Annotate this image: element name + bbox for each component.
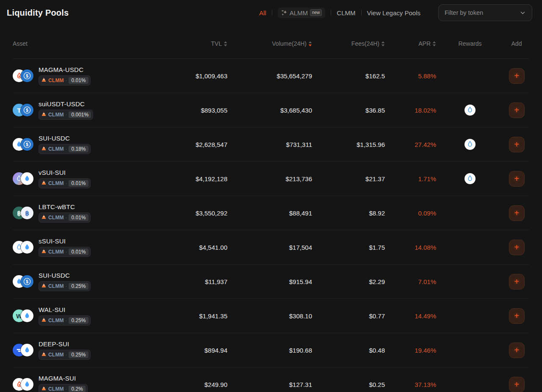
pool-fee-tier: 0.25%	[69, 351, 88, 358]
filter-by-token-label: Filter by token	[445, 9, 483, 16]
pool-fees-value: $1.75	[312, 244, 385, 251]
pool-type-label: CLMM	[48, 180, 64, 186]
add-liquidity-button[interactable]: +	[509, 377, 525, 392]
pool-type-label: CLMM	[48, 77, 64, 83]
column-label: APR	[418, 40, 431, 47]
sort-icon	[224, 41, 227, 47]
token-pair-icons: W	[13, 309, 33, 322]
badge-separator: ·	[66, 146, 67, 152]
tab-view-legacy-pools[interactable]: View Legacy Pools	[367, 9, 420, 17]
pool-row[interactable]: ฿฿ LBTC-wBTC CLMM · 0.01% $3,550,292 $88…	[13, 196, 529, 230]
pool-row[interactable]: MAGMA-SUI CLMM · 0.2% $249.90 $127.31 $0…	[13, 367, 529, 392]
volcano-icon	[41, 145, 47, 153]
plus-icon: +	[514, 140, 519, 149]
volcano-icon	[41, 111, 47, 119]
volcano-icon	[41, 77, 47, 84]
add-liquidity-button[interactable]: +	[509, 308, 525, 324]
sui-token-icon	[21, 172, 33, 185]
pool-apr-value: 18.02%	[385, 107, 436, 114]
pool-tvl-value: $3,550,292	[194, 210, 227, 217]
add-liquidity-button[interactable]: +	[509, 342, 525, 358]
pool-apr-value: 0.09%	[385, 210, 436, 217]
pool-type-badge: CLMM · 0.25%	[39, 350, 91, 360]
reward-sui-icon	[465, 173, 476, 184]
new-badge: new	[310, 9, 322, 16]
pool-volume-value: $127.31	[227, 381, 312, 388]
pool-type-badge: CLMM · 0.25%	[39, 315, 91, 326]
pool-type-badge: CLMM · 0.2%	[39, 384, 88, 392]
pool-type-label: CLMM	[48, 352, 64, 358]
pool-row[interactable]: DEEP-SUI CLMM · 0.25% $894.94 $190.68 $0…	[13, 333, 529, 367]
plus-icon: +	[514, 380, 519, 389]
sui-token-icon	[21, 309, 33, 322]
token-pair-icons	[13, 241, 33, 254]
pool-row[interactable]: $ SUI-USDC CLMM · 0.25% $11,937 $915.94 …	[13, 265, 529, 299]
tab-label: CLMM	[337, 9, 355, 17]
pool-row[interactable]: W WAL-SUI CLMM · 0.25% $1,941.35 $308.10…	[13, 299, 529, 333]
tab-label: View Legacy Pools	[367, 9, 420, 17]
tab-almm[interactable]: ALMMnew	[278, 8, 326, 18]
column-header-volume[interactable]: Volume(24H)	[227, 40, 312, 47]
pool-tvl-value: $893,055	[194, 107, 227, 114]
token-pair-icons: $	[13, 69, 33, 82]
column-header-tvl[interactable]: TVL	[194, 40, 227, 47]
badge-separator: ·	[66, 318, 67, 323]
pool-tvl-value: $2,628,547	[194, 141, 227, 148]
plus-icon: +	[514, 174, 519, 183]
filter-by-token-dropdown[interactable]: Filter by token	[438, 4, 532, 21]
pool-tvl-value: $894.94	[194, 347, 227, 354]
tab-separator	[331, 10, 331, 16]
chevron-down-icon	[520, 10, 526, 16]
badge-separator: ·	[66, 284, 67, 289]
column-label: Rewards	[458, 40, 481, 47]
table-header-row: AssetTVLVolume(24H)Fees(24H)APRRewardsAd…	[13, 22, 529, 59]
badge-separator: ·	[66, 352, 67, 357]
add-liquidity-button[interactable]: +	[509, 171, 525, 187]
pool-fees-value: $162.5	[312, 72, 385, 80]
volcano-icon	[41, 248, 47, 256]
pool-volume-value: $88,491	[227, 210, 312, 217]
token-pair-icons	[13, 344, 33, 356]
add-liquidity-button[interactable]: +	[509, 68, 525, 84]
pool-tvl-value: $11,937	[194, 278, 227, 285]
add-liquidity-button[interactable]: +	[509, 205, 525, 221]
column-header-asset: Asset	[13, 40, 194, 47]
column-header-apr[interactable]: APR	[385, 40, 436, 47]
add-liquidity-button[interactable]: +	[509, 274, 525, 290]
pool-row[interactable]: T$ suiUSDT-USDC CLMM · 0.001% $893,055 $…	[13, 93, 529, 127]
column-header-fees[interactable]: Fees(24H)	[312, 40, 385, 47]
add-liquidity-button[interactable]: +	[509, 240, 525, 255]
pool-row[interactable]: $ MAGMA-USDC CLMM · 0.01% $1,009,463 $35…	[13, 59, 529, 93]
token-pair-icons	[13, 378, 33, 391]
pool-tvl-value: $4,192,128	[194, 175, 227, 182]
pool-fees-value: $0.77	[312, 312, 385, 320]
pool-volume-value: $915.94	[227, 278, 312, 285]
tab-label: ALMM	[290, 9, 308, 17]
pool-row[interactable]: sSUI-SUI CLMM · 0.01% $4,541.00 $17,504 …	[13, 230, 529, 265]
svg-text:$: $	[26, 73, 28, 78]
pool-fees-value: $0.48	[312, 347, 385, 354]
pool-pair-name: sSUI-SUI	[39, 237, 91, 245]
add-liquidity-button[interactable]: +	[509, 137, 525, 152]
badge-separator: ·	[66, 215, 67, 220]
pool-fee-tier: 0.18%	[69, 146, 88, 152]
pool-fees-value: $36.85	[312, 107, 385, 114]
pool-type-badge: CLMM · 0.25%	[39, 281, 91, 291]
pool-type-badge: CLMM · 0.01%	[39, 75, 91, 86]
page-title: Liquidity Pools	[7, 8, 69, 18]
token-pair-icons: ฿฿	[13, 207, 33, 219]
pool-row[interactable]: $ SUI-USDC CLMM · 0.18% $2,628,547 $731,…	[13, 127, 529, 162]
pool-fees-value: $8.92	[312, 210, 385, 217]
pool-apr-value: 7.01%	[385, 278, 436, 285]
add-liquidity-button[interactable]: +	[509, 102, 525, 118]
pool-row[interactable]: vSUI-SUI CLMM · 0.01% $4,192,128 $213,73…	[13, 162, 529, 196]
pool-volume-value: $3,685,430	[227, 107, 312, 114]
sort-icon	[381, 41, 385, 47]
column-label: Add	[512, 40, 522, 47]
sort-icon	[432, 41, 436, 47]
tab-clmm[interactable]: CLMM	[337, 9, 355, 17]
pool-pair-name: MAGMA-USDC	[39, 66, 91, 73]
pool-pair-name: SUI-USDC	[39, 135, 91, 142]
pool-apr-value: 14.49%	[385, 312, 436, 320]
tab-all[interactable]: All	[259, 9, 266, 17]
